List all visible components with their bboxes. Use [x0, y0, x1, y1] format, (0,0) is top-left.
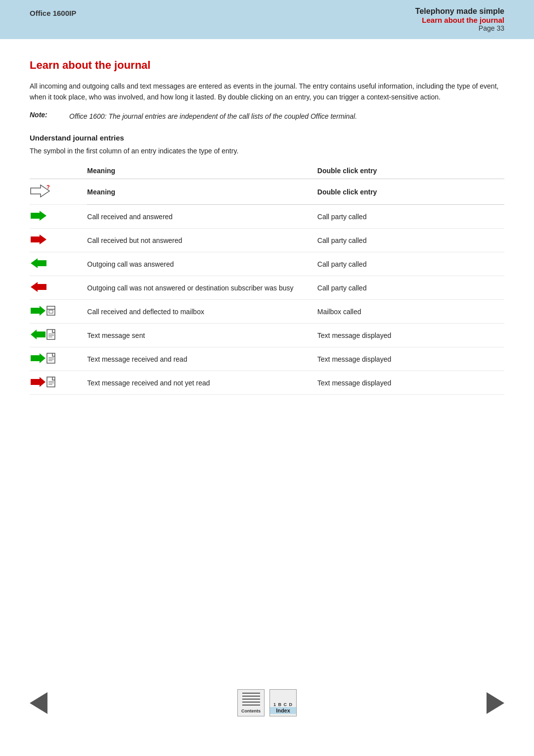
meaning-6: Text message sent [87, 324, 317, 347]
dclick-header: Double click entry [317, 179, 504, 205]
note-text: Office 1600: The journal entries are ind… [69, 111, 357, 122]
page-title: Learn about the journal [30, 59, 504, 72]
meaning-8: Text message received and not yet read [87, 371, 317, 395]
svg-rect-7 [47, 306, 55, 315]
col-header-meaning: Meaning [87, 163, 317, 179]
table-row: Call received but not answered Call part… [30, 229, 504, 252]
header-tagline: Telephony made simple [415, 7, 504, 16]
table-row: Outgoing call was answered Call party ca… [30, 252, 504, 276]
green-right-doc-icon [30, 352, 57, 364]
table-row: Call received and answered Call party ca… [30, 205, 504, 229]
table-row: Text message received and not yet read T… [30, 371, 504, 395]
dclick-1: Call party called [317, 205, 504, 229]
dclick-8: Text message displayed [317, 371, 504, 395]
header-subtitle: Learn about the journal [415, 16, 504, 24]
nav-footer: Contents 1 B C D Index [0, 689, 534, 716]
header-bar: Office 1600IP Telephony made simple Lear… [0, 0, 534, 39]
dclick-3: Call party called [317, 252, 504, 276]
table-row: Text message received and read Text mess… [30, 347, 504, 371]
green-left-arrow-icon [30, 257, 47, 269]
col-header-dclick: Double click entry [317, 163, 504, 179]
meaning-header: Meaning [87, 179, 317, 205]
meaning-2: Call received but not answered [87, 229, 317, 252]
red-left-arrow-icon [30, 281, 47, 293]
green-right-mailbox-icon [30, 305, 57, 317]
svg-marker-4 [31, 258, 46, 268]
contents-button[interactable]: Contents [237, 689, 265, 716]
journal-table: Meaning Double click entry ? [30, 163, 504, 395]
icon-cell-green-right-doc [30, 347, 87, 371]
symbol-intro: The symbol in the first column of an ent… [30, 147, 504, 155]
meaning-7: Text message received and read [87, 347, 317, 371]
dclick-5: Mailbox called [317, 300, 504, 324]
svg-marker-20 [31, 377, 45, 387]
contents-lines-icon [242, 693, 260, 708]
intro-text: All incoming and outgoing calls and text… [30, 81, 504, 103]
icon-cell-green-left [30, 252, 87, 276]
svg-marker-10 [31, 330, 45, 339]
svg-marker-6 [31, 306, 45, 316]
meaning-3: Outgoing call was answered [87, 252, 317, 276]
svg-rect-16 [47, 353, 55, 363]
red-right-arrow-icon [30, 234, 47, 245]
index-button[interactable]: 1 B C D Index [269, 689, 297, 716]
table-row: Call received and deflected to mailbox M… [30, 300, 504, 324]
icon-cell-green-right [30, 205, 87, 229]
svg-marker-15 [31, 353, 45, 363]
table-row-header-icon: ? Meaning Double click entry [30, 179, 504, 205]
next-button[interactable] [487, 692, 504, 714]
icon-cell-red-right-doc [30, 371, 87, 395]
green-right-arrow-icon [30, 210, 47, 222]
svg-marker-3 [31, 235, 46, 244]
icon-cell-green-left-doc [30, 324, 87, 347]
green-left-doc-icon [30, 329, 57, 340]
nav-center: Contents 1 B C D Index [237, 689, 297, 716]
dclick-7: Text message displayed [317, 347, 504, 371]
svg-rect-11 [47, 330, 55, 339]
meaning-5: Call received and deflected to mailbox [87, 300, 317, 324]
dclick-4: Call party called [317, 276, 504, 300]
dclick-6: Text message displayed [317, 324, 504, 347]
main-content: Learn about the journal All incoming and… [0, 59, 534, 395]
contents-label: Contents [241, 709, 261, 713]
header-page: Page 33 [415, 24, 504, 32]
prev-button[interactable] [30, 692, 47, 714]
dclick-2: Call party called [317, 229, 504, 252]
header-right: Telephony made simple Learn about the jo… [415, 7, 504, 32]
table-row: Text message sent Text message displayed [30, 324, 504, 347]
index-label: Index [270, 707, 296, 714]
icon-cell-red-right [30, 229, 87, 252]
question-arrow-icon: ? [30, 184, 51, 198]
note-label: Note: [30, 111, 59, 122]
svg-marker-2 [31, 211, 46, 221]
red-right-doc-icon [30, 376, 57, 388]
index-letters: 1 B C D [273, 702, 293, 707]
meaning-1: Call received and answered [87, 205, 317, 229]
table-row: Outgoing call was not answered or destin… [30, 276, 504, 300]
svg-rect-21 [47, 377, 55, 387]
col-header-icon [30, 163, 87, 179]
note-block: Note: Office 1600: The journal entries a… [30, 111, 504, 122]
section-title: Understand journal entries [30, 134, 504, 142]
icon-cell-red-left [30, 276, 87, 300]
icon-cell-green-right-mailbox [30, 300, 87, 324]
meaning-4: Outgoing call was not answered or destin… [87, 276, 317, 300]
icon-cell-question: ? [30, 179, 87, 205]
svg-text:?: ? [46, 184, 50, 190]
page-wrapper: Office 1600IP Telephony made simple Lear… [0, 0, 534, 756]
product-name: Office 1600IP [30, 7, 76, 17]
svg-marker-5 [31, 282, 46, 292]
